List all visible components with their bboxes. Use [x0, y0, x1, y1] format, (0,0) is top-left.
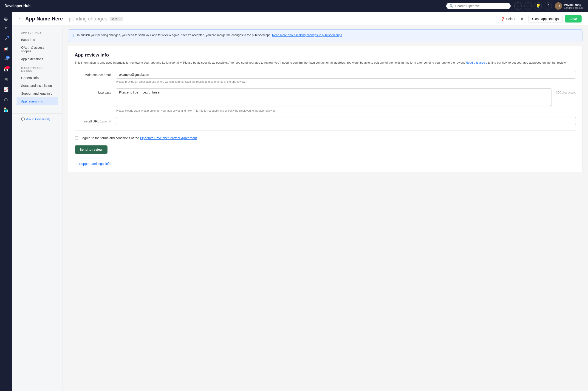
use-case-row: Use case Placeholder text here Please cl…: [75, 89, 576, 113]
form-section: App review info This information is only…: [68, 46, 583, 172]
search-bar[interactable]: 🔍: [446, 3, 510, 9]
back-nav-link[interactable]: ← Support and legal info: [75, 162, 576, 166]
inbox-badge: 27: [6, 56, 10, 59]
plugin-icon[interactable]: ⊕: [524, 2, 532, 10]
form-divider: [75, 130, 576, 131]
nav-chart-icon[interactable]: 📈: [2, 86, 10, 94]
side-nav: APP SETTINGS Basic info OAuth & access s…: [12, 26, 63, 391]
install-url-optional: (optional): [100, 120, 111, 123]
nav-inbox-icon[interactable]: ✉ 27: [2, 55, 10, 63]
back-button[interactable]: ←: [18, 16, 22, 21]
use-case-label: Use case: [75, 89, 111, 95]
help-icon[interactable]: ?: [545, 2, 552, 10]
helper-button[interactable]: ❓ Helper: [501, 17, 515, 21]
page-body: APP SETTINGS Basic info OAuth & access s…: [12, 26, 588, 391]
nav-dollar-icon[interactable]: $: [2, 25, 10, 33]
info-banner: ℹ To publish your pending changes, you n…: [68, 29, 583, 42]
user-role: Sandbox account: [564, 6, 584, 9]
sidebar-item-app-review-info[interactable]: App review info: [16, 98, 58, 105]
content-area: ← App Name Here - pending changes DRAFT …: [12, 12, 588, 391]
close-settings-button[interactable]: Close app settings: [528, 15, 563, 23]
page-subtitle: - pending changes: [66, 16, 107, 22]
use-case-textarea[interactable]: Placeholder text here: [116, 89, 551, 107]
sidebar-item-general-info[interactable]: General info: [16, 74, 58, 82]
page-header: ← App Name Here - pending changes DRAFT …: [12, 12, 588, 26]
sidebar-item-oauth[interactable]: OAuth & access scopes: [16, 44, 58, 55]
header-actions: ❓ Helper 🗑 Close app settings Save: [501, 15, 582, 23]
brand-logo: Developer Hub: [4, 4, 31, 8]
nav-tasks-icon[interactable]: ✓: [2, 35, 10, 43]
nav-grid-icon[interactable]: ⊞: [2, 75, 10, 84]
search-icon: 🔍: [449, 4, 453, 8]
main-content: ℹ To publish your pending changes, you n…: [63, 26, 588, 391]
use-case-field: Placeholder text here Please clearly sta…: [116, 89, 551, 113]
nav-store-icon[interactable]: 🏪: [2, 106, 10, 114]
info-banner-link[interactable]: Read more about making changes to publis…: [272, 33, 342, 37]
calendar-badge: 1: [6, 66, 10, 69]
sidebar-item-basic-info[interactable]: Basic info: [16, 36, 58, 44]
community-icon: 💬: [21, 117, 25, 121]
back-nav-label: Support and legal info: [79, 162, 110, 166]
bulb-icon[interactable]: 💡: [534, 2, 542, 10]
nav-compass-icon[interactable]: ◎: [2, 15, 10, 23]
install-url-input[interactable]: [116, 117, 576, 125]
left-sidebar: ◎ $ ✓ 📢 ✉ 27 📅 1 ⊞ 📈 ⬡ 🏪 ···: [0, 12, 12, 391]
use-case-hint: Please clearly state what problem(s) you…: [116, 109, 551, 113]
char-count: 350 characters: [556, 89, 576, 94]
top-nav: Developer Hub 🔍 ＋ ⊕ 💡 ? PY Phyllis Yang …: [0, 0, 588, 12]
avatar: PY: [555, 2, 562, 10]
agreement-checkbox[interactable]: [75, 136, 78, 140]
section-title: App review info: [75, 52, 576, 58]
save-button[interactable]: Save: [565, 15, 582, 22]
install-url-row: Install URL (optional): [75, 117, 576, 125]
agreement-row: I agree to the terms and conditions of t…: [75, 136, 576, 140]
user-name: Phyllis Yang: [564, 3, 584, 6]
sidebar-item-app-extensions[interactable]: App extensions: [16, 55, 58, 63]
main-contact-email-row: Main contact email Please provide an ema…: [75, 71, 576, 84]
search-input[interactable]: [455, 4, 507, 8]
main-contact-email-input[interactable]: [116, 71, 576, 79]
description-link[interactable]: Read this article: [466, 61, 487, 64]
draft-badge: DRAFT: [110, 17, 123, 21]
main-contact-email-hint: Please provide an email address where we…: [116, 80, 576, 84]
nav-calendar-icon[interactable]: 📅 1: [2, 65, 10, 74]
delete-button[interactable]: 🗑: [518, 15, 526, 23]
agreement-link[interactable]: Pipedrive Developer Partner Agreement: [140, 136, 197, 140]
nav-actions: ＋ ⊕ 💡 ? PY Phyllis Yang Sandbox account: [514, 2, 584, 10]
back-nav-icon: ←: [75, 162, 78, 166]
sidebar-item-support-legal[interactable]: Support and legal info: [16, 90, 58, 98]
add-button[interactable]: ＋: [514, 2, 522, 10]
agreement-label: I agree to the terms and conditions of t…: [81, 136, 197, 140]
helper-icon: ❓: [501, 17, 505, 21]
info-icon: ℹ: [72, 33, 74, 39]
sidebar-item-setup-installation[interactable]: Setup and installation: [16, 82, 58, 90]
marketplace-listing-label: MARKETPLACE LISTING: [16, 67, 58, 74]
install-url-label: Install URL (optional): [75, 117, 111, 123]
user-text: Phyllis Yang Sandbox account: [564, 3, 584, 9]
section-description: This information is only used internally…: [75, 60, 576, 65]
app-wrapper: Developer Hub 🔍 ＋ ⊕ 💡 ? PY Phyllis Yang …: [0, 0, 588, 391]
app-settings-label: APP SETTINGS: [16, 31, 58, 36]
nav-more-icon[interactable]: ···: [4, 383, 8, 388]
main-contact-email-field: Please provide an email address where we…: [116, 71, 576, 84]
main-contact-email-label: Main contact email: [75, 71, 111, 77]
send-to-review-button[interactable]: Send to review: [75, 145, 107, 154]
page-title: App Name Here: [25, 16, 63, 22]
nav-cube-icon[interactable]: ⬡: [2, 96, 10, 104]
user-info: PY Phyllis Yang Sandbox account: [555, 2, 584, 10]
info-banner-text: To publish your pending changes, you nee…: [77, 33, 342, 37]
install-url-field: [116, 117, 576, 125]
ask-community-link[interactable]: 💬 Ask in Community: [16, 114, 58, 124]
nav-megaphone-icon[interactable]: 📢: [2, 45, 10, 53]
main-area: ◎ $ ✓ 📢 ✉ 27 📅 1 ⊞ 📈 ⬡ 🏪 ···: [0, 12, 588, 391]
